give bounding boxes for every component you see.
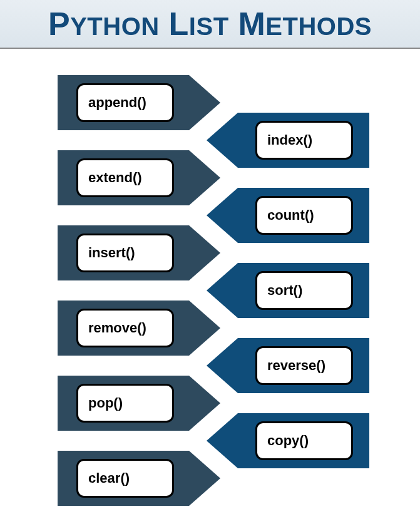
method-box: index() xyxy=(255,121,353,160)
method-arrow-right: count() xyxy=(207,188,369,243)
method-box: append() xyxy=(76,83,174,122)
diagram-area: append()extend()insert()remove()pop()cle… xyxy=(0,49,420,519)
method-box: count() xyxy=(255,196,353,235)
method-arrow-right: sort() xyxy=(207,263,369,318)
method-box: insert() xyxy=(76,234,174,272)
method-label: count() xyxy=(267,207,314,224)
method-arrow-right: index() xyxy=(207,113,369,168)
method-arrow-right: reverse() xyxy=(207,338,369,393)
method-label: copy() xyxy=(267,433,309,449)
method-box: copy() xyxy=(255,421,353,460)
method-box: sort() xyxy=(255,271,353,310)
method-arrow-right: copy() xyxy=(207,413,369,468)
method-box: remove() xyxy=(76,309,174,347)
method-label: clear() xyxy=(88,470,130,486)
method-label: sort() xyxy=(267,282,302,299)
method-label: remove() xyxy=(88,320,146,336)
method-label: insert() xyxy=(88,245,135,261)
header-bar: PYTHON LIST METHODS xyxy=(0,0,420,49)
method-label: index() xyxy=(267,132,312,148)
method-arrow-left: clear() xyxy=(58,451,220,506)
method-label: reverse() xyxy=(267,357,325,374)
page-title: PYTHON LIST METHODS xyxy=(48,5,372,43)
method-box: clear() xyxy=(76,459,174,498)
method-box: reverse() xyxy=(255,346,353,385)
method-arrow-left: remove() xyxy=(58,301,220,356)
method-arrow-left: insert() xyxy=(58,225,220,280)
method-arrow-left: extend() xyxy=(58,150,220,205)
method-label: extend() xyxy=(88,170,142,186)
method-label: pop() xyxy=(88,395,123,411)
method-label: append() xyxy=(88,95,146,111)
method-box: pop() xyxy=(76,384,174,423)
method-arrow-left: append() xyxy=(58,75,220,130)
method-box: extend() xyxy=(76,158,174,197)
method-arrow-left: pop() xyxy=(58,376,220,431)
